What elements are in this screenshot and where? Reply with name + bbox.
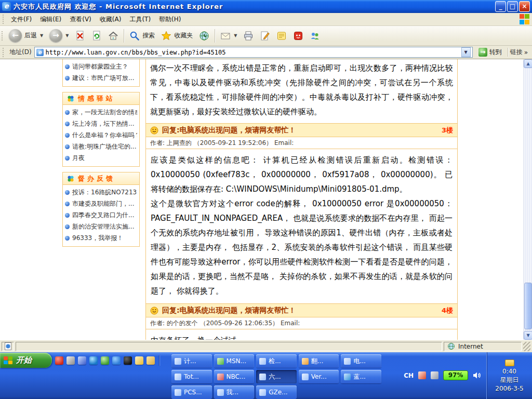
- history-button[interactable]: [196, 29, 212, 43]
- app-icon: [175, 389, 181, 396]
- ime-indicator[interactable]: CH: [404, 372, 414, 379]
- print-icon: [243, 31, 254, 41]
- sidebar-link[interactable]: 市建委及职能部门，...: [65, 198, 137, 209]
- media-app-icon[interactable]: [55, 356, 63, 365]
- system-tray: CH 97%: [380, 368, 486, 382]
- favorites-button[interactable]: 收藏夹: [158, 29, 196, 43]
- task-button[interactable]: Tot...: [171, 370, 212, 383]
- address-input[interactable]: e http://www.luan.gov.cn/bbs/bbs_view.ph…: [34, 47, 473, 58]
- reply-header: 回复:电脑系统出现问题，烦请网友帮忙！ 4楼: [146, 303, 457, 317]
- maximize-button[interactable]: □: [507, 1, 518, 12]
- volume-icon[interactable]: [473, 371, 482, 379]
- task-button[interactable]: MSN...: [214, 354, 255, 368]
- battery-indicator[interactable]: 97%: [443, 370, 468, 380]
- forward-icon: →: [49, 29, 62, 42]
- menu-tools[interactable]: 工具(T): [125, 13, 155, 26]
- reply-paragraph: 内存条坏了，换一个试试。: [151, 333, 453, 340]
- save-disk-icon[interactable]: [78, 356, 86, 365]
- qq-penguin-icon[interactable]: [124, 356, 132, 365]
- back-button[interactable]: ← 后退 ▼: [6, 28, 46, 44]
- scrollbar-thumb[interactable]: [524, 283, 532, 329]
- app-icon: [175, 374, 181, 380]
- sidebar-link-label: 新的治安管理法实施...: [72, 221, 134, 232]
- sidebar-link[interactable]: 投诉：16路皖NO7213...: [65, 187, 137, 198]
- address-url[interactable]: http://www.luan.gov.cn/bbs/bbs_view.php?…: [46, 49, 459, 56]
- toolbar-grip[interactable]: [2, 31, 4, 41]
- menu-favorites[interactable]: 收藏(A): [96, 13, 126, 26]
- windows-logo-throbber: [520, 14, 530, 24]
- qq-button[interactable]: [290, 29, 307, 43]
- task-button[interactable]: 翻...: [299, 354, 339, 368]
- refresh-button[interactable]: [88, 29, 105, 43]
- sidebar-link[interactable]: 新的治安管理法实施...: [65, 221, 137, 232]
- show-desktop-icon[interactable]: [66, 356, 75, 365]
- keyboard-tray-icon[interactable]: [431, 371, 438, 379]
- task-button[interactable]: GZe...: [256, 385, 297, 399]
- sidebar-link[interactable]: 96333，我举报！: [65, 232, 137, 244]
- scroll-down-button[interactable]: ▼: [524, 331, 532, 340]
- menu-view[interactable]: 查看(V): [65, 13, 96, 26]
- sidebar-link[interactable]: 请教:明珠广场住宅的...: [65, 141, 137, 152]
- menubar-grip[interactable]: [3, 15, 5, 24]
- search-button[interactable]: 搜索: [126, 29, 158, 43]
- sidebar-link[interactable]: 建议：市民广场可放...: [65, 72, 137, 84]
- stop-button[interactable]: [72, 29, 88, 43]
- internet-globe-icon: [447, 342, 455, 350]
- standard-toolbar: ← 后退 ▼ → ▼ 搜索 收藏夹 ▼: [0, 26, 532, 46]
- menu-edit[interactable]: 编辑(E): [36, 13, 65, 26]
- task-button[interactable]: 蓝...: [341, 370, 381, 383]
- browser-viewport: 请问带都蒙园业主？ 建议：市民广场可放... 情感驿站 家，一段无法割舍的情感 …: [0, 59, 532, 340]
- edit-button[interactable]: [257, 29, 273, 43]
- task-button[interactable]: 计...: [171, 354, 212, 368]
- messenger-button[interactable]: [307, 29, 323, 43]
- back-label: 后退: [24, 31, 37, 40]
- mail-launcher-icon[interactable]: [135, 356, 143, 365]
- menu-help[interactable]: 帮助(H): [155, 13, 185, 26]
- task-button-active[interactable]: 六...: [256, 370, 297, 383]
- mail-icon: [220, 31, 231, 41]
- sidebar-link[interactable]: 月夜: [65, 152, 137, 164]
- start-button[interactable]: 开始: [0, 353, 52, 368]
- addressbar-grip[interactable]: [3, 48, 5, 57]
- clock-area[interactable]: 0:40 星期日 2006-3-5: [486, 352, 532, 399]
- resize-grip[interactable]: [523, 342, 530, 351]
- task-label: 计...: [184, 357, 196, 366]
- task-button[interactable]: 电...: [341, 354, 381, 368]
- sidebar-link[interactable]: 坛上冷清，坛下热情...: [65, 118, 137, 129]
- sidebar-link[interactable]: 请问带都蒙园业主？: [65, 61, 137, 72]
- forward-button[interactable]: → ▼: [46, 28, 72, 44]
- address-dropdown-button[interactable]: ▼: [461, 47, 471, 57]
- sidebar-section-feedback: 督办反馈: [62, 172, 140, 185]
- task-button[interactable]: 检...: [256, 354, 297, 368]
- task-button[interactable]: Ver...: [299, 370, 339, 383]
- ie-launcher-icon[interactable]: [112, 356, 121, 365]
- sidebar-link-label: 月夜: [72, 152, 85, 164]
- clock-weekday: 星期日: [500, 376, 519, 384]
- sidebar-link[interactable]: 四季春交叉路口为什...: [65, 209, 137, 221]
- sidebar-link[interactable]: 家，一段无法割舍的情感: [65, 107, 137, 118]
- home-icon: [108, 31, 118, 41]
- mail-button[interactable]: ▼: [217, 29, 240, 43]
- sidebar-link-label: 请教:明珠广场住宅的...: [72, 141, 137, 152]
- task-button[interactable]: 我...: [214, 385, 255, 399]
- menu-file[interactable]: 文件(F): [7, 13, 36, 26]
- minimize-button[interactable]: _: [495, 1, 506, 12]
- folder-launcher-icon[interactable]: [147, 356, 155, 365]
- qq-messenger-icon: [293, 31, 303, 41]
- close-button[interactable]: ×: [519, 1, 530, 12]
- task-button[interactable]: NBC...: [214, 370, 255, 383]
- scroll-up-button[interactable]: ▲: [524, 59, 532, 68]
- media-player-icon[interactable]: [89, 356, 98, 365]
- antivirus-tray-icon[interactable]: [418, 371, 426, 379]
- sidebar-link[interactable]: 什么是幸福？你幸福吗？: [65, 129, 137, 141]
- home-button[interactable]: [105, 29, 122, 43]
- task-button[interactable]: PCS...: [171, 385, 212, 399]
- floor-badge: 3楼: [442, 126, 453, 135]
- vertical-scrollbar[interactable]: ▲ ▼: [523, 59, 532, 340]
- sidebar-link-label: 请问带都蒙园业主？: [72, 61, 128, 72]
- green-app-icon[interactable]: [101, 356, 109, 365]
- print-button[interactable]: [240, 29, 257, 43]
- discuss-button[interactable]: [273, 29, 290, 43]
- links-bar[interactable]: 链接 »: [508, 48, 530, 57]
- go-button[interactable]: → 转到: [475, 47, 505, 58]
